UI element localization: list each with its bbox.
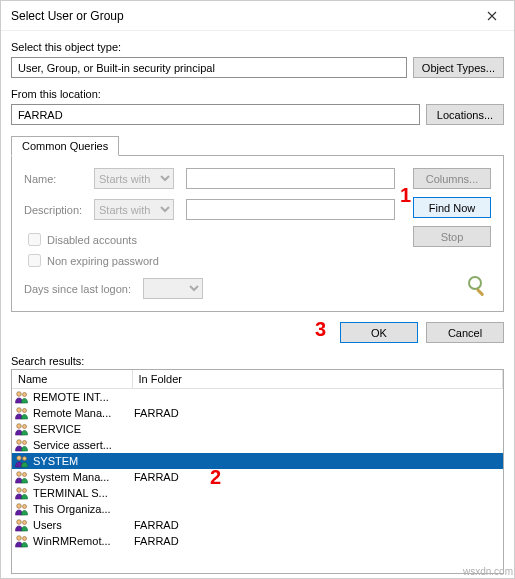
cell-folder xyxy=(132,485,503,501)
table-row[interactable]: UsersFARRAD xyxy=(12,517,503,533)
group-icon xyxy=(14,470,30,484)
titlebar: Select User or Group xyxy=(1,1,514,31)
window-title: Select User or Group xyxy=(11,9,470,23)
object-type-field[interactable] xyxy=(11,57,407,78)
columns-button: Columns... xyxy=(413,168,491,189)
table-row[interactable]: This Organiza... xyxy=(12,501,503,517)
group-icon xyxy=(14,406,30,420)
stop-button: Stop xyxy=(413,226,491,247)
cell-name: WinRMRemot... xyxy=(12,533,132,549)
group-icon xyxy=(14,390,30,404)
description-mode-select: Starts with xyxy=(94,199,174,220)
cell-name: Users xyxy=(12,517,132,533)
name-mode-select: Starts with xyxy=(94,168,174,189)
disabled-accounts-check: Disabled accounts xyxy=(24,230,395,249)
location-field[interactable] xyxy=(11,104,420,125)
results-table: Name In Folder REMOTE INT...Remote Mana.… xyxy=(12,370,503,549)
dialog-window: Select User or Group Select this object … xyxy=(0,0,515,579)
cell-name: SERVICE xyxy=(12,421,132,437)
close-button[interactable] xyxy=(470,1,514,31)
watermark: wsxdn.com xyxy=(463,566,513,577)
group-icon xyxy=(14,518,30,532)
name-label: Name: xyxy=(24,173,94,185)
cell-name: SYSTEM xyxy=(12,453,132,469)
annotation-3: 3 xyxy=(315,318,326,341)
cancel-button[interactable]: Cancel xyxy=(426,322,504,343)
group-icon xyxy=(14,534,30,548)
cell-folder: FARRAD xyxy=(132,405,503,421)
description-label: Description: xyxy=(24,204,94,216)
location-label: From this location: xyxy=(11,88,504,100)
name-input xyxy=(186,168,395,189)
table-row[interactable]: REMOTE INT... xyxy=(12,389,503,406)
disabled-accounts-checkbox xyxy=(28,233,41,246)
col-name[interactable]: Name xyxy=(12,370,132,389)
group-icon xyxy=(14,486,30,500)
cell-folder xyxy=(132,453,503,469)
group-icon xyxy=(14,438,30,452)
non-expiring-check: Non expiring password xyxy=(24,251,395,270)
tabstrip: Common Queries xyxy=(11,135,504,155)
object-types-button[interactable]: Object Types... xyxy=(413,57,504,78)
annotation-1: 1 xyxy=(400,184,411,207)
cell-name: This Organiza... xyxy=(12,501,132,517)
cell-name: Service assert... xyxy=(12,437,132,453)
col-folder[interactable]: In Folder xyxy=(132,370,503,389)
table-row[interactable]: Remote Mana...FARRAD xyxy=(12,405,503,421)
table-row[interactable]: Service assert... xyxy=(12,437,503,453)
cell-folder xyxy=(132,437,503,453)
table-row[interactable]: SERVICE xyxy=(12,421,503,437)
description-input xyxy=(186,199,395,220)
group-icon xyxy=(14,422,30,436)
table-row[interactable]: SYSTEM xyxy=(12,453,503,469)
group-icon xyxy=(14,454,30,468)
group-icon xyxy=(14,502,30,516)
close-icon xyxy=(487,11,497,21)
cell-name: Remote Mana... xyxy=(12,405,132,421)
cell-folder xyxy=(132,421,503,437)
cell-folder: FARRAD xyxy=(132,469,503,485)
cell-folder: FARRAD xyxy=(132,533,503,549)
search-results-label: Search results: xyxy=(11,355,504,367)
locations-button[interactable]: Locations... xyxy=(426,104,504,125)
cell-folder: FARRAD xyxy=(132,517,503,533)
tabpanel-common-queries: Name: Starts with Description: Starts wi… xyxy=(11,155,504,312)
results-scroll[interactable]: Name In Folder REMOTE INT...Remote Mana.… xyxy=(12,370,503,573)
table-row[interactable]: WinRMRemot...FARRAD xyxy=(12,533,503,549)
search-icon xyxy=(463,273,491,299)
results-pane: Name In Folder REMOTE INT...Remote Mana.… xyxy=(11,369,504,574)
cell-folder xyxy=(132,389,503,406)
non-expiring-checkbox xyxy=(28,254,41,267)
table-row[interactable]: TERMINAL S... xyxy=(12,485,503,501)
days-since-logon-select xyxy=(143,278,203,299)
tab-common-queries[interactable]: Common Queries xyxy=(11,136,119,156)
ok-button[interactable]: OK xyxy=(340,322,418,343)
cell-name: REMOTE INT... xyxy=(12,389,132,405)
table-row[interactable]: System Mana...FARRAD xyxy=(12,469,503,485)
find-now-button[interactable]: Find Now xyxy=(413,197,491,218)
days-since-logon-label: Days since last logon: xyxy=(24,283,131,295)
cell-folder xyxy=(132,501,503,517)
cell-name: TERMINAL S... xyxy=(12,485,132,501)
cell-name: System Mana... xyxy=(12,469,132,485)
object-type-label: Select this object type: xyxy=(11,41,504,53)
